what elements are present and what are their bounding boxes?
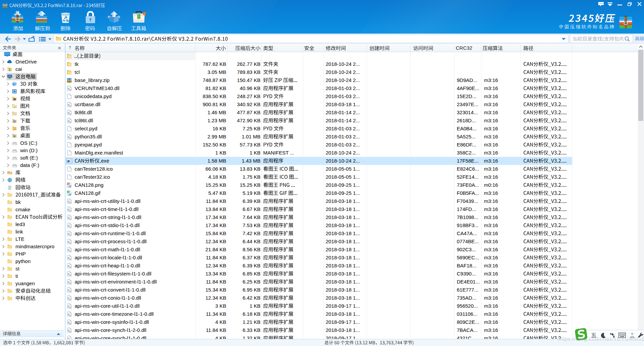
svg-text:GIF: GIF xyxy=(67,191,70,193)
svg-text:PNG: PNG xyxy=(67,183,70,185)
